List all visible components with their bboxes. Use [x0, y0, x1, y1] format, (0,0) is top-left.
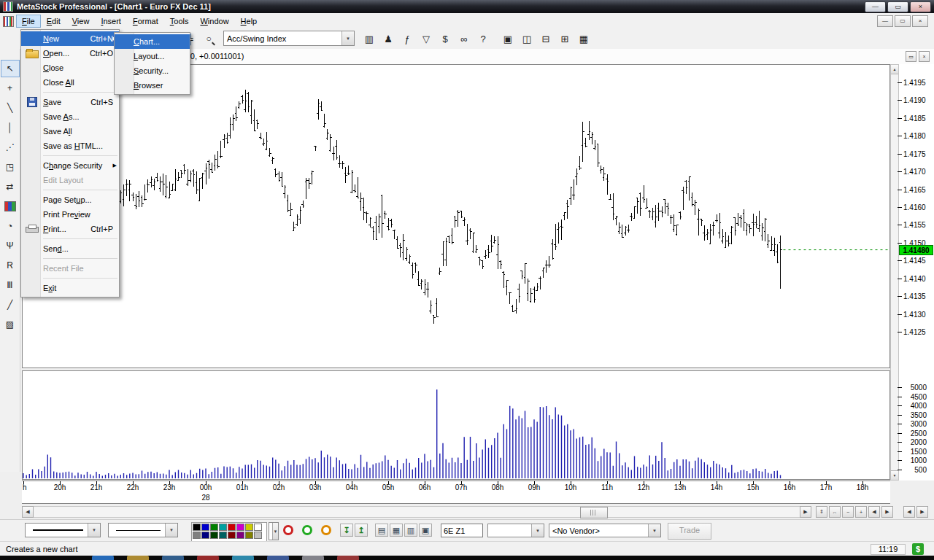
- new-submenu-item-layout[interactable]: Layout...: [115, 49, 190, 63]
- scale-vertical-icon[interactable]: ⇕: [816, 506, 827, 518]
- new-submenu-item-browser[interactable]: Browser: [115, 78, 190, 93]
- page-left-icon[interactable]: ◀: [868, 506, 880, 518]
- realtime-status-icon[interactable]: [302, 525, 312, 535]
- indicator-quickscan-icon[interactable]: ▥: [360, 30, 378, 47]
- downloader-tray-icon[interactable]: $: [912, 543, 924, 555]
- start-button[interactable]: [92, 556, 114, 560]
- layout-icon[interactable]: ▣: [419, 524, 432, 537]
- palette-color-6[interactable]: [245, 524, 253, 531]
- horizontal-scrollbar[interactable]: ◀ ▶: [22, 506, 811, 518]
- file-menu-item-close-all[interactable]: Close All: [21, 75, 119, 90]
- line-style-select[interactable]: ▼: [25, 523, 101, 537]
- new-submenu-item-chart[interactable]: Chart...: [115, 34, 190, 49]
- regression-tool[interactable]: R: [1, 257, 20, 274]
- palette-color-9[interactable]: [201, 532, 209, 539]
- taskbar-app-5[interactable]: [267, 556, 289, 560]
- file-menu-item-print[interactable]: Print...Ctrl+P: [21, 222, 119, 236]
- interval-select[interactable]: ▼: [487, 524, 544, 537]
- chevron-down-icon[interactable]: ▼: [341, 31, 354, 45]
- file-menu-item-send[interactable]: Send...: [21, 241, 119, 256]
- file-menu-item-page-setup[interactable]: Page Setup...: [21, 192, 119, 207]
- line-weight-select[interactable]: ▼: [108, 523, 178, 537]
- chevron-down-icon[interactable]: ▼: [88, 524, 100, 537]
- palette-color-13[interactable]: [236, 532, 244, 539]
- downloader-icon[interactable]: ↧: [340, 524, 353, 537]
- palette-color-10[interactable]: [210, 532, 218, 539]
- document-icon[interactable]: [3, 16, 14, 27]
- new-window-icon[interactable]: ▣: [499, 30, 517, 47]
- file-menu-item-open[interactable]: Open...Ctrl+O: [21, 46, 119, 61]
- chevron-down-icon[interactable]: ▼: [165, 524, 177, 537]
- palette-color-14[interactable]: [245, 532, 253, 539]
- restore-button[interactable]: ▭: [887, 1, 908, 12]
- vertical-scrollbar[interactable]: ▲ ▼: [890, 64, 899, 481]
- formula-icon[interactable]: ƒ: [398, 30, 416, 47]
- context-help-icon[interactable]: ?: [474, 30, 492, 47]
- report-icon[interactable]: ▥: [404, 524, 417, 537]
- zoom-out-icon[interactable]: −: [842, 506, 854, 518]
- pan-left-icon[interactable]: ◀: [903, 506, 915, 518]
- taskbar-app-2[interactable]: [162, 556, 184, 560]
- pointer-tool[interactable]: ↖: [1, 60, 20, 77]
- palette-color-3[interactable]: [219, 524, 227, 531]
- file-menu-item-save[interactable]: SaveCtrl+S: [21, 95, 119, 109]
- vendor-select[interactable]: <No Vendor> ▼: [549, 524, 661, 537]
- system-tester-icon[interactable]: $: [436, 30, 454, 47]
- scroll-tool[interactable]: ⇄: [1, 178, 20, 195]
- scroll-right-icon[interactable]: ▶: [800, 506, 811, 518]
- color-palette-dropdown[interactable]: ▼: [269, 522, 279, 540]
- pattern-tool[interactable]: ▨: [1, 316, 20, 333]
- expert-advisor-icon[interactable]: ♟: [379, 30, 397, 47]
- palette-color-5[interactable]: [236, 524, 244, 531]
- taskbar-app-7[interactable]: [337, 556, 359, 560]
- scrollbar-thumb[interactable]: [580, 507, 608, 518]
- zoom-icon[interactable]: ○: [200, 30, 217, 47]
- pitchfork-tool[interactable]: Ψ: [1, 237, 20, 254]
- file-menu-item-save-all[interactable]: Save All: [21, 124, 119, 139]
- workspace-icon[interactable]: ▦: [575, 30, 593, 47]
- scroll-up-icon[interactable]: ▲: [891, 65, 898, 74]
- file-menu-item-close[interactable]: Close: [21, 61, 119, 75]
- chart-close-button[interactable]: ×: [919, 51, 930, 62]
- palette-color-12[interactable]: [228, 532, 236, 539]
- chevron-down-icon[interactable]: ▼: [531, 524, 544, 537]
- scale-horizontal-icon[interactable]: ⇔: [829, 506, 841, 518]
- pan-right-icon[interactable]: ▶: [916, 506, 928, 518]
- tile-horizontal-icon[interactable]: ⊟: [537, 30, 555, 47]
- connect-status-icon[interactable]: [283, 525, 293, 535]
- trendline-tool[interactable]: ╲: [1, 99, 20, 117]
- alert-status-icon[interactable]: [321, 525, 331, 535]
- collect-data-icon[interactable]: ↥: [355, 524, 368, 537]
- tile-vertical-icon[interactable]: ◫: [518, 30, 536, 47]
- menu-insert[interactable]: Insert: [95, 15, 127, 28]
- file-menu-item-exit[interactable]: Exit: [21, 281, 119, 295]
- scroll-left-icon[interactable]: ◀: [22, 506, 34, 518]
- menu-edit[interactable]: Edit: [41, 15, 66, 28]
- minimize-button[interactable]: —: [865, 1, 886, 12]
- palette-color-8[interactable]: [193, 532, 201, 539]
- indicator-combobox[interactable]: Acc/Swing Index ▼: [223, 31, 355, 46]
- new-submenu-item-security[interactable]: Security...: [115, 63, 190, 78]
- menu-tools[interactable]: Tools: [164, 15, 195, 28]
- palette-color-1[interactable]: [201, 524, 209, 531]
- palette-color-0[interactable]: [193, 524, 201, 531]
- quadrant-lines-tool[interactable]: ◳: [1, 158, 20, 176]
- pencil-tool[interactable]: ╱: [1, 296, 20, 314]
- file-menu-item-save-as-html[interactable]: Save as HTML...: [21, 139, 119, 153]
- mdi-minimize-button[interactable]: —: [877, 15, 893, 27]
- crosshair-tool[interactable]: +: [1, 79, 20, 97]
- scroll-down-icon[interactable]: ▼: [891, 470, 898, 480]
- zoom-in-icon[interactable]: +: [855, 506, 867, 518]
- palette-color-2[interactable]: [210, 524, 218, 531]
- file-menu-item-print-preview[interactable]: Print Preview: [21, 207, 119, 222]
- menu-window[interactable]: Window: [194, 15, 234, 28]
- symbol-input[interactable]: [441, 524, 483, 537]
- taskbar-app-4[interactable]: [232, 556, 254, 560]
- menu-file[interactable]: File: [16, 15, 41, 28]
- mdi-restore-button[interactable]: ▭: [895, 15, 911, 27]
- vscrollbar-track[interactable]: [891, 74, 898, 470]
- tile-grid-icon[interactable]: ⊞: [556, 30, 574, 47]
- palette-color-4[interactable]: [228, 524, 236, 531]
- page-right-icon[interactable]: ▶: [881, 506, 893, 518]
- palette-color-15[interactable]: [254, 532, 262, 539]
